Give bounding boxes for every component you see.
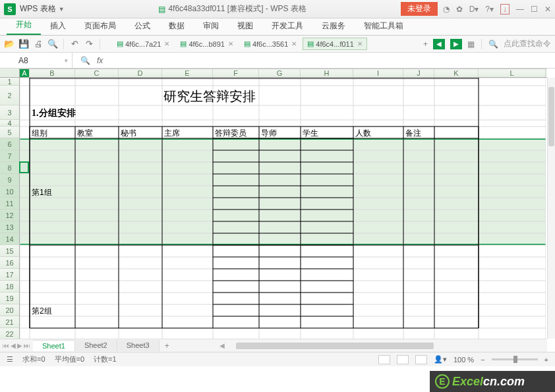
- login-button[interactable]: 未登录: [401, 2, 438, 16]
- row-header-11[interactable]: 11: [0, 198, 20, 210]
- sheet-tab-Sheet1[interactable]: Sheet1: [33, 340, 75, 351]
- row-header-10[interactable]: 10: [0, 186, 20, 198]
- new-tab-button[interactable]: +: [423, 40, 428, 49]
- row-header-18[interactable]: 18: [0, 281, 20, 293]
- search-placeholder[interactable]: 点此查找命令: [504, 38, 551, 49]
- col-header-B[interactable]: B: [30, 69, 75, 77]
- row-headers[interactable]: 1234567891011121314151617181920212223: [0, 78, 20, 352]
- menu-视图[interactable]: 视图: [228, 18, 262, 35]
- fx-search-icon[interactable]: 🔍: [80, 56, 90, 65]
- zoom-out-button[interactable]: −: [481, 356, 484, 364]
- preview-icon[interactable]: 🔍: [47, 39, 58, 49]
- col-header-J[interactable]: J: [403, 69, 434, 77]
- search-icon[interactable]: 🔍: [488, 40, 498, 49]
- zoom-in-button[interactable]: +: [544, 356, 548, 364]
- row-header-8[interactable]: 8: [0, 162, 20, 174]
- cell[interactable]: 答辩委员: [213, 126, 248, 138]
- maximize-button[interactable]: ☐: [531, 5, 538, 14]
- help-icon[interactable]: ?▾: [485, 5, 494, 14]
- col-header-A[interactable]: A: [20, 69, 30, 77]
- cell[interactable]: 学生: [301, 126, 320, 138]
- doc-tab[interactable]: ▤4f6c...3561✕: [239, 38, 301, 50]
- cell[interactable]: 备注: [403, 126, 423, 138]
- cell[interactable]: 导师: [259, 126, 279, 138]
- row-header-5[interactable]: 5: [0, 126, 20, 138]
- menu-智能工具箱[interactable]: 智能工具箱: [355, 18, 413, 35]
- row-header-14[interactable]: 14: [0, 233, 20, 245]
- row-header-1[interactable]: 1: [0, 78, 20, 86]
- menu-开发工具[interactable]: 开发工具: [262, 18, 312, 35]
- menu-数据[interactable]: 数据: [160, 18, 194, 35]
- sheet-nav-prev[interactable]: ◀: [11, 342, 16, 349]
- row-header-7[interactable]: 7: [0, 150, 20, 162]
- select-all-corner[interactable]: [0, 69, 20, 78]
- horizontal-scrollbar[interactable]: ◀: [218, 339, 547, 352]
- col-header-E[interactable]: E: [162, 69, 213, 77]
- col-header-G[interactable]: G: [259, 69, 301, 77]
- row-header-20[interactable]: 20: [0, 304, 20, 316]
- sheet-tab-Sheet2[interactable]: Sheet2: [75, 340, 117, 351]
- cell[interactable]: 秘书: [119, 126, 138, 138]
- view-break-button[interactable]: [415, 355, 427, 364]
- add-sheet-button[interactable]: +: [160, 340, 175, 352]
- row-header-21[interactable]: 21: [0, 316, 20, 328]
- col-header-F[interactable]: F: [213, 69, 259, 77]
- view-page-button[interactable]: [397, 355, 409, 364]
- close-button[interactable]: ✕: [544, 5, 551, 14]
- row-header-16[interactable]: 16: [0, 257, 20, 269]
- fx-label[interactable]: fx: [97, 56, 103, 65]
- tab-list-icon[interactable]: ▦: [467, 40, 475, 49]
- minimize-button[interactable]: —: [516, 5, 524, 14]
- cell[interactable]: 主席: [162, 126, 182, 138]
- zoom-slider[interactable]: [492, 358, 538, 360]
- print-icon[interactable]: 🖨: [33, 39, 44, 49]
- col-header-L[interactable]: L: [479, 69, 546, 77]
- menu-公式[interactable]: 公式: [125, 18, 160, 35]
- undo-icon[interactable]: ↶: [69, 39, 80, 49]
- row-header-6[interactable]: 6: [0, 138, 20, 150]
- pin-icon[interactable]: ↓: [500, 4, 510, 14]
- sheet-nav-next[interactable]: ▶: [17, 342, 22, 349]
- row-header-19[interactable]: 19: [0, 293, 20, 304]
- column-headers[interactable]: ABCDEFGHIJKL: [20, 69, 547, 78]
- col-header-D[interactable]: D: [119, 69, 162, 77]
- doc-tab[interactable]: ▤4f6c4...f011✕: [303, 38, 367, 50]
- close-tab-icon[interactable]: ✕: [228, 40, 233, 47]
- menu-icon[interactable]: ☰: [7, 355, 13, 364]
- name-box[interactable]: A8: [0, 53, 73, 68]
- row-header-15[interactable]: 15: [0, 245, 20, 257]
- doc-tab[interactable]: ▤4f6c...7a21✕: [112, 38, 174, 50]
- cell[interactable]: 教室: [75, 126, 95, 138]
- cell[interactable]: 研究生答辩安排: [119, 86, 301, 105]
- row-header-17[interactable]: 17: [0, 269, 20, 281]
- open-icon[interactable]: 📂: [4, 39, 15, 49]
- row-header-3[interactable]: 3: [0, 105, 20, 120]
- close-tab-icon[interactable]: ✕: [291, 40, 297, 47]
- app-menu-dropdown[interactable]: ▼: [59, 6, 65, 13]
- menu-插入[interactable]: 插入: [41, 18, 75, 35]
- cell[interactable]: 第2组: [30, 304, 54, 316]
- settings-icon[interactable]: ✿: [456, 5, 463, 14]
- cell[interactable]: 1.分组安排: [30, 105, 78, 120]
- col-header-K[interactable]: K: [434, 69, 479, 77]
- tab-nav-right[interactable]: ▶: [450, 39, 462, 49]
- row-header-9[interactable]: 9: [0, 174, 20, 186]
- cell[interactable]: 组别: [30, 126, 49, 138]
- redo-icon[interactable]: ↷: [84, 39, 94, 49]
- save-icon[interactable]: 💾: [18, 39, 29, 49]
- col-header-C[interactable]: C: [75, 69, 119, 77]
- sync-icon[interactable]: ◔: [443, 5, 450, 14]
- menu-开始[interactable]: 开始: [7, 16, 41, 35]
- menu-页面布局[interactable]: 页面布局: [75, 18, 125, 35]
- doc-tab[interactable]: ▤4f6c...b891✕: [175, 38, 237, 50]
- tab-nav-left[interactable]: ◀: [433, 39, 445, 49]
- cell[interactable]: 第1组: [30, 186, 54, 198]
- spreadsheet-grid[interactable]: 研究生答辩安排1.分组安排组别教室秘书主席答辩委员导师学生人数备注第1组第2组: [20, 78, 547, 352]
- view-normal-button[interactable]: [378, 355, 390, 364]
- col-header-I[interactable]: I: [353, 69, 403, 77]
- cell[interactable]: 人数: [353, 126, 373, 138]
- row-header-4[interactable]: 4: [0, 120, 20, 126]
- skin-icon[interactable]: D▾: [469, 5, 479, 14]
- col-header-H[interactable]: H: [301, 69, 353, 77]
- close-tab-icon[interactable]: ✕: [357, 40, 363, 47]
